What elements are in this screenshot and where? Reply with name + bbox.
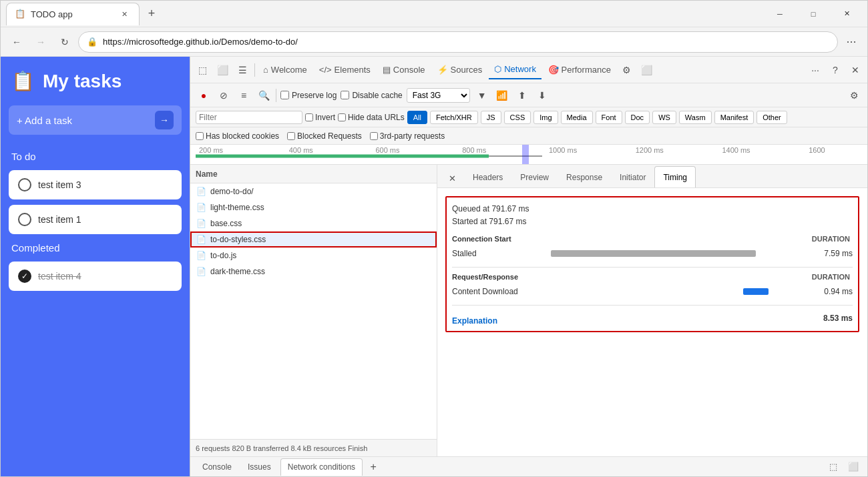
filter-tag-fetchxhr[interactable]: Fetch/XHR [430, 111, 478, 124]
task-item-3[interactable]: test item 3 [9, 170, 182, 199]
request-row-todo-js[interactable]: 📄 to-do.js [190, 248, 437, 264]
timeline-gray-bar [489, 155, 542, 157]
request-row-todo-styles[interactable]: 📄 to-do-styles.css [190, 231, 437, 248]
more-tools-button[interactable]: ··· [806, 61, 825, 79]
detail-close-button[interactable]: ✕ [443, 169, 461, 187]
minimize-button[interactable]: ─ [765, 3, 795, 25]
task-item-1[interactable]: test item 1 [9, 205, 182, 234]
disable-cache-checkbox[interactable]: Disable cache [341, 91, 402, 100]
import-har-button[interactable]: ⬆ [514, 87, 530, 103]
dock-bottom-button[interactable]: ⬚ [825, 458, 842, 476]
timeline-green-bar [196, 155, 489, 158]
close-button[interactable]: ✕ [831, 3, 862, 25]
filter-tag-doc[interactable]: Doc [625, 111, 650, 124]
undock-button[interactable]: ⬜ [845, 458, 862, 476]
status-tabs: Console Issues Network conditions + ⬚ ⬜ [190, 456, 867, 476]
filter-tag-all[interactable]: All [407, 111, 427, 124]
task-item-4[interactable]: ✓ test item 4 [9, 262, 182, 291]
throttle-select[interactable]: Fast 3G No throttling Slow 3G Offline [407, 88, 470, 103]
device-emulation-button[interactable]: ⬜ [213, 61, 232, 79]
back-button[interactable]: ← [6, 31, 27, 53]
detail-tab-response[interactable]: Response [558, 166, 611, 187]
forward-button[interactable]: → [30, 31, 51, 53]
task-checkbox-1[interactable] [18, 213, 31, 226]
request-list: Name 📄 demo-to-do/ 📄 light-theme.css 📄 [190, 165, 437, 456]
add-task-button[interactable]: + Add a task → [9, 105, 182, 135]
filter-tag-media[interactable]: Media [561, 111, 593, 124]
help-button[interactable]: ? [826, 61, 845, 79]
network-settings-button[interactable]: ⚙ [846, 87, 862, 103]
address-bar[interactable]: 🔒 https://microsoftedge.github.io/Demos/… [78, 31, 838, 53]
req-name-base: base.css [210, 219, 242, 228]
request-row-dark-theme[interactable]: 📄 dark-theme.css [190, 264, 437, 280]
has-blocked-cookies-checkbox[interactable]: Has blocked cookies [196, 131, 279, 141]
stalled-row: Stalled 7.59 ms [452, 246, 853, 262]
detail-tab-initiator[interactable]: Initiator [611, 166, 654, 187]
hide-data-urls-checkbox[interactable]: Hide data URLs [338, 113, 405, 122]
task-checkbox-4[interactable]: ✓ [18, 270, 31, 283]
title-bar: 📋 TODO app ✕ + ─ □ ✕ [1, 1, 867, 27]
task-checkbox-3[interactable] [18, 178, 31, 191]
status-tab-console[interactable]: Console [196, 458, 238, 476]
tab-network[interactable]: ⬡ Network [489, 61, 541, 79]
detail-tab-timing[interactable]: Timing [654, 166, 696, 187]
filter-tag-js[interactable]: JS [481, 111, 501, 124]
tab-elements[interactable]: </> Elements [314, 61, 376, 79]
tab-welcome[interactable]: ⌂ Welcome [258, 61, 312, 79]
record-button[interactable]: ● [196, 87, 212, 103]
filter-toggle-button[interactable]: ≡ [236, 87, 252, 103]
devtools-close-button[interactable]: ✕ [846, 61, 865, 79]
tab-console[interactable]: ▤ Console [377, 61, 431, 79]
todo-sidebar: 📋 My tasks + Add a task → To do test ite… [1, 57, 190, 476]
status-tab-network-conditions[interactable]: Network conditions [280, 458, 363, 476]
invert-checkbox[interactable]: Invert [305, 113, 335, 122]
tab-performance[interactable]: 🎯 Performance [543, 61, 616, 79]
tab-sources[interactable]: ⚡ Sources [432, 61, 488, 79]
request-row-demo[interactable]: 📄 demo-to-do/ [190, 183, 437, 199]
new-tab-button[interactable]: + [142, 5, 161, 23]
timeline-label-600: 600 ms [375, 146, 399, 154]
maximize-button[interactable]: □ [798, 3, 829, 25]
filter-tag-wasm[interactable]: Wasm [679, 111, 712, 124]
browser-tab[interactable]: 📋 TODO app ✕ [6, 3, 140, 25]
detail-tab-headers[interactable]: Headers [464, 166, 511, 187]
export-har-button[interactable]: ⬇ [534, 87, 550, 103]
settings-button[interactable]: ⚙ [618, 61, 636, 79]
console-drawer-button[interactable]: ☰ [233, 61, 252, 79]
add-panel-button[interactable]: + [365, 459, 381, 475]
detail-tab-preview[interactable]: Preview [511, 166, 558, 187]
more-options-button[interactable]: ··· [841, 31, 862, 53]
timeline-marker [522, 145, 529, 164]
tab-close-button[interactable]: ✕ [118, 7, 131, 21]
browser-icon-button[interactable]: ⬜ [638, 61, 656, 79]
filter-tag-ws[interactable]: WS [652, 111, 676, 124]
inspect-element-button[interactable]: ⬚ [193, 61, 212, 79]
filter-bar: Invert Hide data URLs All Fetch/XHR JS C… [190, 107, 867, 127]
request-row-light-theme[interactable]: 📄 light-theme.css [190, 199, 437, 215]
filter-tag-other[interactable]: Other [756, 111, 787, 124]
request-items: 📄 demo-to-do/ 📄 light-theme.css 📄 base.c… [190, 183, 437, 439]
filter-tag-manifest[interactable]: Manifest [714, 111, 754, 124]
filter-input[interactable] [196, 111, 302, 124]
throttle-dropdown-button[interactable]: ▼ [474, 87, 490, 103]
explanation-link[interactable]: Explanation [452, 316, 497, 326]
preserve-log-checkbox[interactable]: Preserve log [280, 91, 337, 100]
request-row-base[interactable]: 📄 base.css [190, 215, 437, 231]
req-icon-todo-js: 📄 [196, 250, 206, 261]
filter-tag-css[interactable]: CSS [504, 111, 531, 124]
blocked-requests-checkbox[interactable]: Blocked Requests [287, 131, 362, 141]
filter-tag-img[interactable]: Img [533, 111, 558, 124]
network-conditions-button[interactable]: 📶 [494, 87, 510, 103]
req-icon-light-theme: 📄 [196, 202, 206, 213]
network-content: Name 📄 demo-to-do/ 📄 light-theme.css 📄 [190, 165, 867, 456]
toolbar-separator [254, 63, 255, 77]
third-party-requests-checkbox[interactable]: 3rd-party requests [370, 131, 445, 141]
clear-button[interactable]: ⊘ [216, 87, 232, 103]
search-requests-button[interactable]: 🔍 [256, 87, 272, 103]
filter-tag-font[interactable]: Font [596, 111, 622, 124]
todo-header: 📋 My tasks [1, 57, 190, 103]
detail-panel: ✕ Headers Preview Response Initiator Tim… [437, 165, 867, 456]
status-tab-issues[interactable]: Issues [241, 458, 278, 476]
refresh-button[interactable]: ↻ [54, 31, 75, 53]
started-at: Started at 791.67 ms [452, 215, 853, 228]
